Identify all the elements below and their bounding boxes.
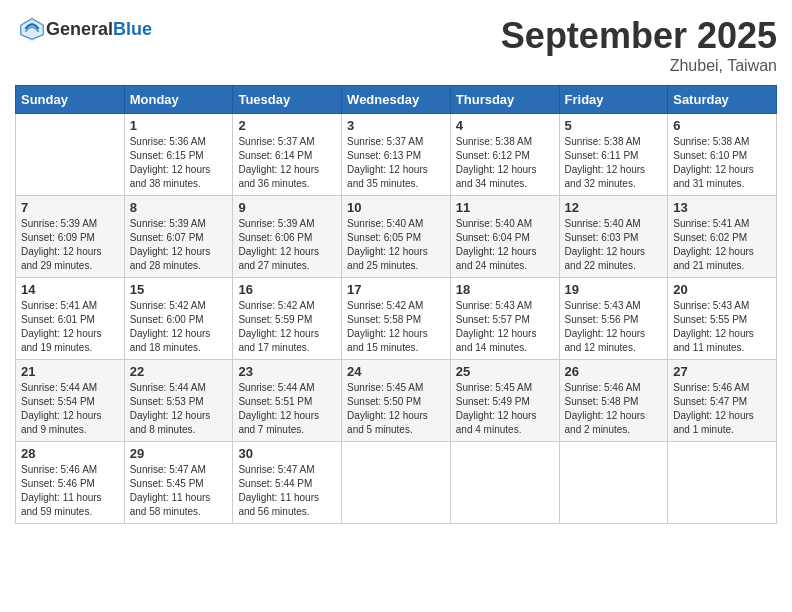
day-number: 27 bbox=[673, 364, 771, 379]
day-info: Sunrise: 5:44 AM Sunset: 5:51 PM Dayligh… bbox=[238, 381, 336, 437]
calendar-cell: 29Sunrise: 5:47 AM Sunset: 5:45 PM Dayli… bbox=[124, 442, 233, 524]
day-info: Sunrise: 5:46 AM Sunset: 5:48 PM Dayligh… bbox=[565, 381, 663, 437]
calendar-cell: 28Sunrise: 5:46 AM Sunset: 5:46 PM Dayli… bbox=[16, 442, 125, 524]
day-number: 18 bbox=[456, 282, 554, 297]
day-info: Sunrise: 5:36 AM Sunset: 6:15 PM Dayligh… bbox=[130, 135, 228, 191]
calendar-cell: 21Sunrise: 5:44 AM Sunset: 5:54 PM Dayli… bbox=[16, 360, 125, 442]
calendar-week-row: 14Sunrise: 5:41 AM Sunset: 6:01 PM Dayli… bbox=[16, 278, 777, 360]
calendar-cell: 7Sunrise: 5:39 AM Sunset: 6:09 PM Daylig… bbox=[16, 196, 125, 278]
calendar-cell: 13Sunrise: 5:41 AM Sunset: 6:02 PM Dayli… bbox=[668, 196, 777, 278]
day-info: Sunrise: 5:38 AM Sunset: 6:10 PM Dayligh… bbox=[673, 135, 771, 191]
day-info: Sunrise: 5:39 AM Sunset: 6:06 PM Dayligh… bbox=[238, 217, 336, 273]
day-info: Sunrise: 5:43 AM Sunset: 5:57 PM Dayligh… bbox=[456, 299, 554, 355]
calendar-week-row: 7Sunrise: 5:39 AM Sunset: 6:09 PM Daylig… bbox=[16, 196, 777, 278]
calendar-cell: 22Sunrise: 5:44 AM Sunset: 5:53 PM Dayli… bbox=[124, 360, 233, 442]
day-of-week-header: Friday bbox=[559, 86, 668, 114]
calendar-cell: 15Sunrise: 5:42 AM Sunset: 6:00 PM Dayli… bbox=[124, 278, 233, 360]
calendar-cell bbox=[16, 114, 125, 196]
day-info: Sunrise: 5:45 AM Sunset: 5:50 PM Dayligh… bbox=[347, 381, 445, 437]
day-of-week-header: Thursday bbox=[450, 86, 559, 114]
calendar-week-row: 28Sunrise: 5:46 AM Sunset: 5:46 PM Dayli… bbox=[16, 442, 777, 524]
calendar-cell: 20Sunrise: 5:43 AM Sunset: 5:55 PM Dayli… bbox=[668, 278, 777, 360]
calendar-cell: 8Sunrise: 5:39 AM Sunset: 6:07 PM Daylig… bbox=[124, 196, 233, 278]
day-info: Sunrise: 5:40 AM Sunset: 6:03 PM Dayligh… bbox=[565, 217, 663, 273]
calendar-cell: 16Sunrise: 5:42 AM Sunset: 5:59 PM Dayli… bbox=[233, 278, 342, 360]
logo-text-blue: Blue bbox=[113, 19, 152, 39]
calendar-header-row: SundayMondayTuesdayWednesdayThursdayFrid… bbox=[16, 86, 777, 114]
day-info: Sunrise: 5:38 AM Sunset: 6:12 PM Dayligh… bbox=[456, 135, 554, 191]
day-info: Sunrise: 5:41 AM Sunset: 6:01 PM Dayligh… bbox=[21, 299, 119, 355]
day-info: Sunrise: 5:43 AM Sunset: 5:55 PM Dayligh… bbox=[673, 299, 771, 355]
day-number: 2 bbox=[238, 118, 336, 133]
calendar-cell: 10Sunrise: 5:40 AM Sunset: 6:05 PM Dayli… bbox=[342, 196, 451, 278]
day-info: Sunrise: 5:43 AM Sunset: 5:56 PM Dayligh… bbox=[565, 299, 663, 355]
day-number: 14 bbox=[21, 282, 119, 297]
day-number: 19 bbox=[565, 282, 663, 297]
day-info: Sunrise: 5:42 AM Sunset: 5:59 PM Dayligh… bbox=[238, 299, 336, 355]
day-of-week-header: Wednesday bbox=[342, 86, 451, 114]
calendar: SundayMondayTuesdayWednesdayThursdayFrid… bbox=[15, 85, 777, 524]
calendar-cell: 1Sunrise: 5:36 AM Sunset: 6:15 PM Daylig… bbox=[124, 114, 233, 196]
day-info: Sunrise: 5:39 AM Sunset: 6:07 PM Dayligh… bbox=[130, 217, 228, 273]
calendar-cell bbox=[450, 442, 559, 524]
calendar-cell: 25Sunrise: 5:45 AM Sunset: 5:49 PM Dayli… bbox=[450, 360, 559, 442]
calendar-cell: 5Sunrise: 5:38 AM Sunset: 6:11 PM Daylig… bbox=[559, 114, 668, 196]
day-number: 22 bbox=[130, 364, 228, 379]
calendar-cell: 12Sunrise: 5:40 AM Sunset: 6:03 PM Dayli… bbox=[559, 196, 668, 278]
day-number: 12 bbox=[565, 200, 663, 215]
day-number: 5 bbox=[565, 118, 663, 133]
day-number: 7 bbox=[21, 200, 119, 215]
calendar-cell: 27Sunrise: 5:46 AM Sunset: 5:47 PM Dayli… bbox=[668, 360, 777, 442]
day-number: 8 bbox=[130, 200, 228, 215]
calendar-cell: 3Sunrise: 5:37 AM Sunset: 6:13 PM Daylig… bbox=[342, 114, 451, 196]
day-number: 16 bbox=[238, 282, 336, 297]
day-number: 10 bbox=[347, 200, 445, 215]
calendar-cell: 30Sunrise: 5:47 AM Sunset: 5:44 PM Dayli… bbox=[233, 442, 342, 524]
day-info: Sunrise: 5:45 AM Sunset: 5:49 PM Dayligh… bbox=[456, 381, 554, 437]
month-title: September 2025 bbox=[501, 15, 777, 57]
day-of-week-header: Saturday bbox=[668, 86, 777, 114]
calendar-cell: 19Sunrise: 5:43 AM Sunset: 5:56 PM Dayli… bbox=[559, 278, 668, 360]
day-info: Sunrise: 5:40 AM Sunset: 6:05 PM Dayligh… bbox=[347, 217, 445, 273]
calendar-cell: 4Sunrise: 5:38 AM Sunset: 6:12 PM Daylig… bbox=[450, 114, 559, 196]
calendar-cell bbox=[342, 442, 451, 524]
calendar-week-row: 21Sunrise: 5:44 AM Sunset: 5:54 PM Dayli… bbox=[16, 360, 777, 442]
day-number: 9 bbox=[238, 200, 336, 215]
day-number: 13 bbox=[673, 200, 771, 215]
day-number: 17 bbox=[347, 282, 445, 297]
day-info: Sunrise: 5:42 AM Sunset: 5:58 PM Dayligh… bbox=[347, 299, 445, 355]
day-number: 29 bbox=[130, 446, 228, 461]
day-number: 26 bbox=[565, 364, 663, 379]
day-info: Sunrise: 5:44 AM Sunset: 5:54 PM Dayligh… bbox=[21, 381, 119, 437]
logo: GeneralBlue bbox=[15, 15, 152, 43]
header: GeneralBlue September 2025 Zhubei, Taiwa… bbox=[15, 15, 777, 75]
day-info: Sunrise: 5:44 AM Sunset: 5:53 PM Dayligh… bbox=[130, 381, 228, 437]
calendar-cell: 11Sunrise: 5:40 AM Sunset: 6:04 PM Dayli… bbox=[450, 196, 559, 278]
calendar-cell: 24Sunrise: 5:45 AM Sunset: 5:50 PM Dayli… bbox=[342, 360, 451, 442]
day-number: 15 bbox=[130, 282, 228, 297]
day-number: 4 bbox=[456, 118, 554, 133]
calendar-cell bbox=[668, 442, 777, 524]
day-number: 3 bbox=[347, 118, 445, 133]
day-number: 1 bbox=[130, 118, 228, 133]
day-of-week-header: Tuesday bbox=[233, 86, 342, 114]
day-info: Sunrise: 5:40 AM Sunset: 6:04 PM Dayligh… bbox=[456, 217, 554, 273]
calendar-cell: 14Sunrise: 5:41 AM Sunset: 6:01 PM Dayli… bbox=[16, 278, 125, 360]
day-info: Sunrise: 5:42 AM Sunset: 6:00 PM Dayligh… bbox=[130, 299, 228, 355]
day-number: 20 bbox=[673, 282, 771, 297]
calendar-cell bbox=[559, 442, 668, 524]
svg-marker-0 bbox=[20, 17, 44, 41]
day-info: Sunrise: 5:37 AM Sunset: 6:13 PM Dayligh… bbox=[347, 135, 445, 191]
day-number: 21 bbox=[21, 364, 119, 379]
day-of-week-header: Sunday bbox=[16, 86, 125, 114]
day-info: Sunrise: 5:41 AM Sunset: 6:02 PM Dayligh… bbox=[673, 217, 771, 273]
day-info: Sunrise: 5:46 AM Sunset: 5:46 PM Dayligh… bbox=[21, 463, 119, 519]
calendar-week-row: 1Sunrise: 5:36 AM Sunset: 6:15 PM Daylig… bbox=[16, 114, 777, 196]
day-number: 23 bbox=[238, 364, 336, 379]
logo-icon bbox=[18, 15, 46, 43]
day-info: Sunrise: 5:47 AM Sunset: 5:45 PM Dayligh… bbox=[130, 463, 228, 519]
calendar-cell: 26Sunrise: 5:46 AM Sunset: 5:48 PM Dayli… bbox=[559, 360, 668, 442]
calendar-cell: 9Sunrise: 5:39 AM Sunset: 6:06 PM Daylig… bbox=[233, 196, 342, 278]
day-number: 30 bbox=[238, 446, 336, 461]
calendar-cell: 17Sunrise: 5:42 AM Sunset: 5:58 PM Dayli… bbox=[342, 278, 451, 360]
